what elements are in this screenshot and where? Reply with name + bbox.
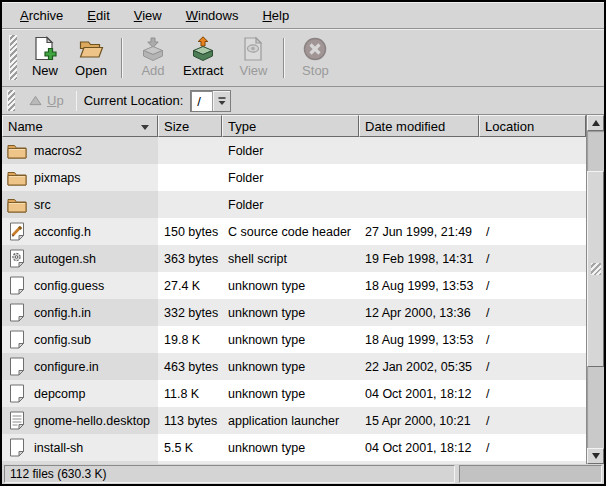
document-icon bbox=[7, 384, 27, 403]
extract-icon bbox=[190, 36, 216, 62]
table-row[interactable]: src Folder bbox=[2, 191, 586, 218]
menu-windows[interactable]: Windows bbox=[174, 3, 251, 28]
toolbar-separator bbox=[121, 38, 123, 78]
scroll-up-button[interactable] bbox=[587, 115, 604, 131]
column-header-location[interactable]: Location bbox=[479, 115, 586, 137]
table-row[interactable]: gnome-hello.desktop 113 bytes applicatio… bbox=[2, 407, 586, 434]
folder-icon bbox=[7, 141, 27, 160]
menu-bar: Archive Edit View Windows Help bbox=[2, 2, 604, 29]
add-button[interactable]: Add bbox=[130, 33, 176, 82]
table-row[interactable]: acconfig.h 150 bytes C source code heade… bbox=[2, 218, 586, 245]
scrollbar-grip-icon bbox=[591, 263, 601, 275]
table-row[interactable]: install-sh 5.5 K unknown type 04 Oct 200… bbox=[2, 434, 586, 461]
location-bar-drag-handle[interactable] bbox=[7, 90, 15, 111]
menu-help[interactable]: Help bbox=[250, 3, 301, 28]
document-icon bbox=[7, 303, 27, 322]
document-icon bbox=[7, 357, 27, 376]
archive-manager-window: Archive Edit View Windows Help New Open … bbox=[0, 0, 606, 486]
status-bar: 112 files (630.3 K) bbox=[2, 464, 604, 484]
table-row[interactable]: config.guess 27.4 K unknown type 18 Aug … bbox=[2, 272, 586, 299]
document-icon bbox=[7, 276, 27, 295]
column-header-size[interactable]: Size bbox=[158, 115, 222, 137]
location-bar-separator bbox=[76, 91, 77, 111]
file-list: Name Size Type Date modified Location bbox=[2, 115, 586, 464]
scroll-down-arrow-icon bbox=[592, 453, 600, 459]
status-text: 112 files (630.3 K) bbox=[4, 465, 455, 483]
stop-button[interactable]: Stop bbox=[292, 33, 338, 82]
document-icon bbox=[7, 438, 27, 457]
toolbar-drag-handle[interactable] bbox=[9, 35, 17, 80]
location-combo-arrow-button[interactable] bbox=[213, 91, 230, 111]
table-row[interactable]: macros2 Folder bbox=[2, 137, 586, 164]
menu-view[interactable]: View bbox=[122, 3, 174, 28]
script-file-icon bbox=[7, 249, 27, 268]
column-header-name[interactable]: Name bbox=[2, 115, 158, 137]
table-header: Name Size Type Date modified Location bbox=[2, 115, 586, 137]
vertical-scrollbar bbox=[586, 115, 604, 464]
stop-icon bbox=[302, 36, 328, 62]
up-button[interactable]: Up bbox=[24, 91, 69, 110]
open-archive-icon bbox=[78, 36, 104, 62]
file-list-pane: Name Size Type Date modified Location bbox=[2, 115, 604, 464]
document-icon bbox=[7, 330, 27, 349]
location-combo-entry[interactable]: / bbox=[191, 91, 213, 111]
up-triangle-icon bbox=[29, 95, 42, 106]
table-row[interactable]: config.h.in 332 bytes unknown type 12 Ap… bbox=[2, 299, 586, 326]
progress-area bbox=[459, 465, 602, 483]
table-row[interactable]: pixmaps Folder bbox=[2, 164, 586, 191]
combo-arrow-icon bbox=[217, 96, 227, 106]
table-row[interactable]: depcomp 11.8 K unknown type 04 Oct 2001,… bbox=[2, 380, 586, 407]
scrollbar-trough[interactable] bbox=[587, 131, 604, 448]
scroll-down-button[interactable] bbox=[587, 448, 604, 464]
scroll-up-arrow-icon bbox=[592, 120, 600, 126]
toolbar: New Open Add Extract View Stop bbox=[2, 29, 604, 87]
source-file-icon bbox=[7, 222, 27, 241]
column-header-type[interactable]: Type bbox=[222, 115, 359, 137]
view-button[interactable]: View bbox=[230, 33, 276, 82]
sort-indicator-icon bbox=[141, 125, 149, 130]
folder-icon bbox=[7, 195, 27, 214]
table-row[interactable]: config.sub 19.8 K unknown type 18 Aug 19… bbox=[2, 326, 586, 353]
table-body: macros2 Folder pixmaps Folder src Folder… bbox=[2, 137, 586, 464]
scrollbar-thumb[interactable] bbox=[587, 171, 604, 367]
toolbar-separator bbox=[283, 38, 285, 78]
table-row[interactable]: configure.in 463 bytes unknown type 22 J… bbox=[2, 353, 586, 380]
menu-edit[interactable]: Edit bbox=[75, 3, 121, 28]
add-files-icon bbox=[140, 36, 166, 62]
table-row[interactable]: autogen.sh 363 bytes shell script 19 Feb… bbox=[2, 245, 586, 272]
new-button[interactable]: New bbox=[22, 33, 68, 82]
text-document-icon bbox=[7, 411, 27, 430]
view-file-icon bbox=[240, 36, 266, 62]
menu-archive[interactable]: Archive bbox=[8, 3, 75, 28]
current-location-label: Current Location: bbox=[84, 93, 184, 108]
open-button[interactable]: Open bbox=[68, 33, 114, 82]
location-bar: Up Current Location: / bbox=[2, 87, 604, 115]
new-archive-icon bbox=[32, 36, 58, 62]
folder-icon bbox=[7, 168, 27, 187]
location-combo: / bbox=[190, 90, 231, 112]
extract-button[interactable]: Extract bbox=[176, 33, 230, 82]
column-header-date-modified[interactable]: Date modified bbox=[359, 115, 479, 137]
